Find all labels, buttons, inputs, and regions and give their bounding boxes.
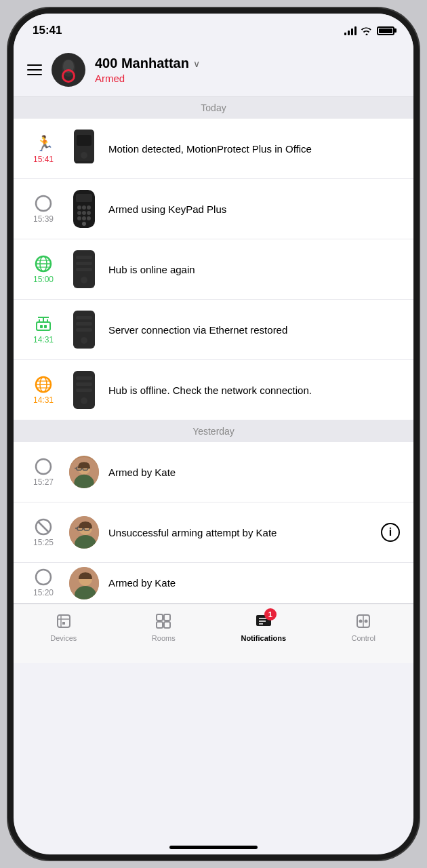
section-today: Today	[14, 97, 413, 119]
tab-control[interactable]: Control	[314, 611, 414, 642]
tab-notifications[interactable]: 1 Notifications	[214, 611, 314, 642]
notif-time-5: 14:31	[33, 395, 54, 405]
devices-tab-icon	[54, 611, 74, 631]
svg-point-19	[82, 222, 86, 226]
svg-rect-40	[76, 328, 92, 332]
svg-point-14	[82, 211, 86, 215]
info-button[interactable]: i	[381, 523, 400, 542]
notif-time-4: 14:31	[33, 335, 54, 344]
notif-time-7: 15:25	[33, 538, 54, 547]
svg-rect-28	[76, 268, 92, 271]
globe-icon-green	[35, 255, 52, 273]
notif-icon-time-4: 14:31	[27, 315, 60, 344]
hub-device-3-icon	[72, 371, 96, 409]
status-bar: 15:41	[14, 14, 413, 47]
notif-icon-time-8: 15:20	[27, 568, 60, 597]
circle-gray-icon	[35, 458, 52, 475]
status-time: 15:41	[33, 24, 62, 37]
notif-text-1: Motion detected, MotionProtect Plus in O…	[108, 142, 400, 156]
notif-time-6: 15:27	[33, 477, 54, 487]
notif-icon-time-2: 15:39	[27, 195, 60, 224]
rooms-tab-label: Rooms	[152, 634, 176, 642]
rooms-icon	[155, 612, 172, 630]
svg-point-11	[82, 205, 86, 210]
avatar-img-3	[69, 563, 99, 604]
section-yesterday: Yesterday	[14, 420, 413, 442]
svg-rect-49	[76, 382, 92, 386]
header: 400 Manhattan ∨ Armed	[14, 47, 413, 97]
notif-item-failed-arm: 15:25 Unsuccessf	[14, 502, 413, 563]
svg-point-13	[77, 211, 81, 215]
avatar-img-1	[69, 452, 99, 492]
location-name: 400 Manhattan	[95, 56, 189, 71]
svg-rect-48	[76, 376, 92, 380]
status-icons	[344, 26, 394, 35]
svg-line-62	[38, 521, 49, 532]
hub-avatar	[52, 53, 85, 87]
location-selector[interactable]: 400 Manhattan ∨	[95, 56, 400, 71]
notif-time-8: 15:20	[33, 588, 54, 597]
notif-icon-time-3: 15:00	[27, 255, 60, 284]
svg-rect-6	[75, 161, 93, 163]
tab-bar: Devices Rooms 1	[14, 604, 413, 663]
tab-devices[interactable]: Devices	[14, 611, 114, 642]
svg-rect-30	[37, 322, 50, 330]
motion-icon: 🏃	[34, 134, 53, 153]
device-img-3	[69, 249, 99, 290]
svg-point-15	[87, 211, 91, 215]
notif-item-hub-online: 15:00 Hub is online again	[14, 239, 413, 300]
notif-text-7: Unsuccessful arming attempt by Kate	[108, 526, 371, 540]
hub-device-2-icon	[72, 311, 96, 349]
motion-sensor-icon	[71, 130, 97, 167]
header-text: 400 Manhattan ∨ Armed	[95, 56, 400, 84]
tab-rooms[interactable]: Rooms	[114, 611, 214, 642]
notif-text-6: Armed by Kate	[108, 465, 400, 479]
menu-button[interactable]	[27, 64, 42, 75]
globe-icon-orange	[35, 376, 52, 393]
battery-icon	[377, 26, 394, 35]
notif-text-3: Hub is online again	[108, 262, 400, 277]
kate-avatar-2-icon	[69, 516, 99, 549]
notif-item-partial: 15:20 Armed by Kate	[14, 563, 413, 604]
notif-icon-time-1: 🏃 15:41	[27, 134, 60, 164]
notifications-tab-icon: 1	[253, 611, 274, 631]
home-indicator	[169, 846, 258, 849]
svg-point-7	[36, 196, 51, 211]
notif-time-1: 15:41	[33, 155, 54, 164]
svg-point-16	[77, 216, 81, 220]
notifications-tab-label: Notifications	[241, 634, 286, 642]
notif-icon-time-5: 14:31	[27, 376, 60, 405]
svg-point-29	[81, 277, 87, 283]
device-img-5	[69, 370, 99, 410]
notif-item-armed-keypad: 15:39 Armed using KeyPa	[14, 179, 413, 239]
svg-rect-36	[44, 325, 47, 328]
notif-time-3: 15:00	[33, 275, 54, 284]
svg-point-90	[365, 620, 368, 623]
notif-text-2: Armed using KeyPad Plus	[108, 202, 400, 216]
svg-rect-82	[164, 622, 170, 628]
control-icon	[354, 612, 372, 630]
svg-rect-80	[164, 614, 170, 620]
notifications-scroll[interactable]: Today 🏃 15:41 Motion detected, MotionPro…	[14, 97, 413, 604]
device-img-1	[69, 128, 99, 169]
svg-point-89	[359, 620, 363, 623]
control-tab-label: Control	[352, 634, 375, 642]
svg-point-5	[81, 152, 87, 159]
svg-point-10	[77, 205, 81, 210]
control-tab-icon	[353, 611, 373, 631]
kate-avatar-icon	[69, 456, 99, 488]
kate-avatar-3-icon	[69, 567, 99, 599]
notif-icon-time-7: 15:25	[27, 518, 60, 547]
notif-item-hub-offline: 14:31 Hub is offline. Check the network …	[14, 360, 413, 420]
notif-text-5: Hub is offline. Check the network connec…	[108, 383, 400, 397]
svg-rect-35	[40, 325, 43, 328]
hub-device-icon	[72, 250, 96, 288]
device-img-2	[69, 189, 99, 229]
ethernet-icon	[35, 315, 52, 333]
notif-time-2: 15:39	[33, 214, 54, 224]
notif-item-armed-kate: 15:27	[14, 442, 413, 502]
svg-point-51	[81, 397, 87, 404]
device-img-4	[69, 309, 99, 350]
svg-rect-39	[76, 322, 92, 326]
svg-point-18	[87, 216, 91, 220]
